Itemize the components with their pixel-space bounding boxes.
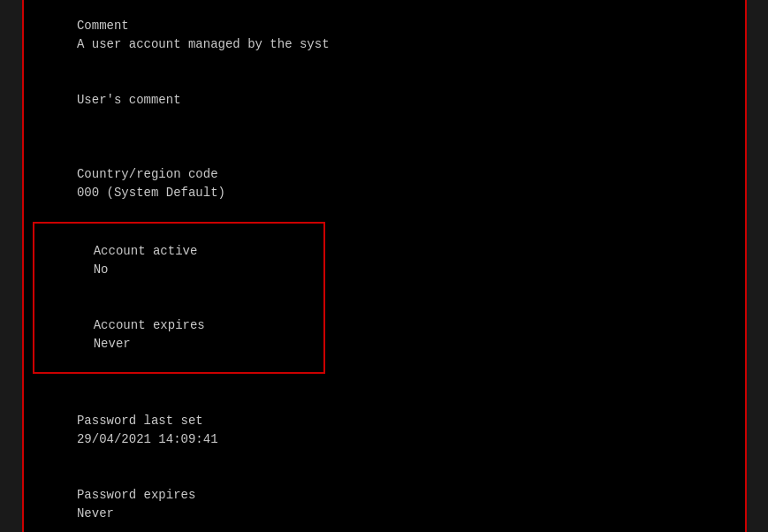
account-active-value: No [94, 262, 109, 277]
users-comment-label: User's comment [77, 91, 307, 110]
country-code-line: Country/region code 000 (System Default) [33, 147, 736, 221]
terminal-body: C:\WINDOWS\system32>hostname CLARANET-SB… [24, 0, 745, 532]
account-active-label: Account active [94, 242, 323, 261]
password-last-set-value: 29/04/2021 14:09:41 [77, 432, 218, 446]
country-code-value: 000 (System Default) [77, 186, 225, 200]
password-expires-label: Password expires [77, 486, 307, 505]
comment-value: A user account managed by the syst [77, 37, 330, 51]
password-expires-value: Never [77, 506, 114, 521]
password-expires-line: Password expires Never [33, 467, 736, 532]
account-active-box-wrapper: Account active No Account expires Never [33, 222, 325, 374]
account-active-line: Account active No [34, 224, 323, 298]
comment-line: Comment A user account managed by the sy… [33, 0, 736, 72]
password-last-set-label: Password last set [77, 412, 307, 430]
country-code-label: Country/region code [77, 165, 307, 184]
blank-line-2 [33, 375, 736, 393]
comment-label: Comment [77, 17, 307, 35]
account-expires-line: Account expires Never [34, 298, 323, 372]
account-expires-value: Never [94, 337, 131, 351]
users-comment-line: User's comment [33, 72, 736, 147]
password-last-set-line: Password last set 29/04/2021 14:09:41 [33, 393, 736, 467]
command-prompt-window: C:\ Administrator: Command Prompt C:\WIN… [22, 0, 747, 532]
account-expires-label: Account expires [94, 316, 323, 335]
